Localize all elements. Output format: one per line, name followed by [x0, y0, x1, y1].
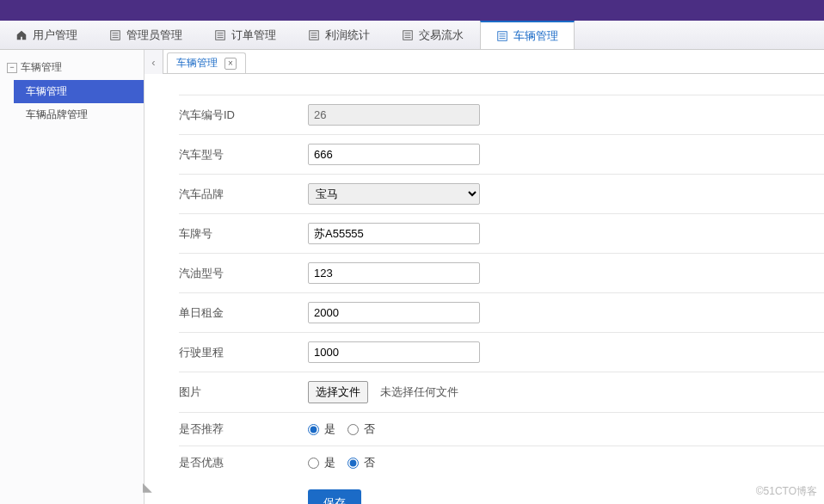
- nav-admin-mgmt[interactable]: 管理员管理: [94, 21, 199, 49]
- select-car-brand[interactable]: 宝马: [308, 183, 480, 205]
- tab-vehicle-mgmt[interactable]: 车辆管理 ×: [167, 52, 246, 73]
- label-rent: 单日租金: [179, 305, 308, 321]
- input-plate[interactable]: [308, 223, 480, 244]
- nav-transaction[interactable]: 交易流水: [386, 21, 480, 49]
- label-recommend: 是否推荐: [179, 421, 308, 437]
- sidebar: − 车辆管理 车辆管理 车辆品牌管理: [0, 50, 145, 504]
- nav-label: 利润统计: [325, 28, 370, 43]
- radio-recommend-yes[interactable]: 是: [308, 421, 335, 437]
- input-car-model[interactable]: [308, 144, 480, 165]
- radio-discount-yes[interactable]: 是: [308, 455, 335, 470]
- label-discount: 是否优惠: [179, 455, 308, 470]
- nav-label: 用户管理: [33, 28, 77, 43]
- inner-tabs: ‹ 车辆管理 ×: [145, 50, 824, 74]
- file-status-text: 未选择任何文件: [380, 384, 458, 400]
- input-rent[interactable]: [308, 302, 480, 323]
- nav-vehicle-mgmt[interactable]: 车辆管理: [480, 21, 575, 49]
- list-icon: [402, 29, 414, 41]
- home-icon: [15, 29, 28, 41]
- tree-root-node[interactable]: − 车辆管理: [0, 57, 144, 78]
- nav-order-mgmt[interactable]: 订单管理: [199, 21, 292, 49]
- sidebar-item-brand[interactable]: 车辆品牌管理: [14, 103, 144, 126]
- nav-label: 管理员管理: [126, 28, 182, 43]
- label-plate: 车牌号: [179, 226, 308, 242]
- label-car-model: 汽车型号: [179, 147, 308, 163]
- tab-label: 车辆管理: [176, 56, 218, 71]
- top-nav: 用户管理 管理员管理 订单管理 利润统计 交易流水 车辆管理: [0, 21, 824, 50]
- nav-profit-stats[interactable]: 利润统计: [292, 21, 386, 49]
- input-car-id: [308, 104, 480, 126]
- radio-recommend-no[interactable]: 否: [347, 421, 375, 437]
- header-bar: [0, 0, 824, 21]
- input-gas[interactable]: [308, 262, 480, 284]
- list-icon: [496, 30, 508, 42]
- nav-label: 订单管理: [231, 28, 276, 43]
- list-icon: [308, 29, 320, 41]
- resize-handle-icon[interactable]: ◣: [143, 480, 152, 494]
- nav-label: 车辆管理: [513, 28, 558, 44]
- file-select-button[interactable]: 选择文件: [308, 381, 368, 403]
- tree-root-label: 车辆管理: [21, 60, 62, 75]
- save-button[interactable]: 保存: [308, 489, 361, 504]
- label-picture: 图片: [179, 384, 308, 400]
- watermark-text: ©51CTO博客: [756, 484, 817, 499]
- content-area: ‹ 车辆管理 × 汽车编号ID 汽车型号 汽车品牌 宝马 车牌号: [145, 50, 824, 504]
- label-gas: 汽油型号: [179, 266, 308, 281]
- vehicle-form: 汽车编号ID 汽车型号 汽车品牌 宝马 车牌号 汽油型号 单日租金: [145, 74, 824, 504]
- label-mileage: 行驶里程: [179, 345, 308, 360]
- tab-scroll-left[interactable]: ‹: [145, 50, 163, 74]
- list-icon: [214, 29, 226, 41]
- label-car-id: 汽车编号ID: [179, 108, 308, 123]
- radio-discount-no[interactable]: 否: [347, 455, 375, 470]
- list-icon: [109, 29, 121, 41]
- nav-label: 交易流水: [419, 28, 464, 43]
- label-car-brand: 汽车品牌: [179, 187, 308, 202]
- nav-user-mgmt[interactable]: 用户管理: [0, 21, 94, 49]
- sidebar-item-vehicle[interactable]: 车辆管理: [14, 80, 144, 103]
- collapse-icon[interactable]: −: [7, 63, 17, 73]
- close-icon[interactable]: ×: [224, 58, 237, 70]
- input-mileage[interactable]: [308, 341, 480, 363]
